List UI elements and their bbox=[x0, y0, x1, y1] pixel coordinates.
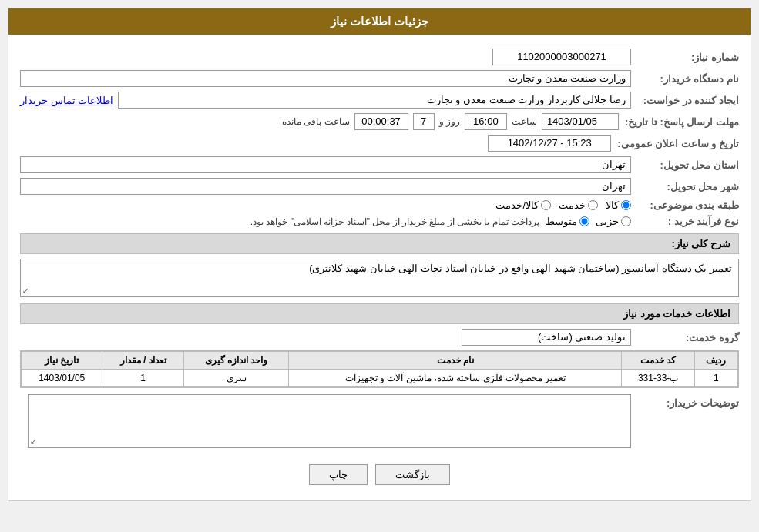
days-label-text: روز و bbox=[439, 116, 460, 127]
creator-label: ایجاد کننده در خواست: bbox=[631, 95, 739, 106]
radio-motavasset[interactable]: متوسط bbox=[546, 216, 589, 227]
col-header-row: ردیف bbox=[694, 352, 737, 370]
announce-value: 1402/12/27 - 15:23 bbox=[488, 135, 611, 152]
cell-name: تعمیر محصولات فلزی ساخته شده، ماشین آلات… bbox=[289, 370, 622, 387]
page-title: جزئیات اطلاعات نیاز bbox=[8, 8, 751, 35]
col-header-code: کد خدمت bbox=[622, 352, 694, 370]
print-button[interactable]: چاپ bbox=[309, 464, 368, 485]
col-header-unit: واحد اندازه گیری bbox=[183, 352, 289, 370]
deadline-time: 16:00 bbox=[465, 113, 507, 130]
radio-motavasset-label: متوسط bbox=[546, 216, 577, 227]
announce-label: تاریخ و ساعت اعلان عمومی: bbox=[611, 138, 739, 149]
category-radio-group: کالا خدمت کالا/خدمت bbox=[495, 199, 631, 211]
buyer-org-value: وزارت صنعت معدن و تجارت bbox=[20, 70, 631, 87]
cell-date: 1403/01/05 bbox=[22, 370, 102, 387]
province-value: تهران bbox=[20, 156, 631, 173]
days-value: 7 bbox=[413, 113, 435, 130]
contact-link[interactable]: اطلاعات تماس خریدار bbox=[20, 95, 113, 106]
process-label: نوع فرآیند خرید : bbox=[631, 216, 739, 227]
cell-unit: سری bbox=[183, 370, 289, 387]
deadline-date: 1403/01/05 bbox=[542, 113, 619, 130]
remaining-value: 00:00:37 bbox=[354, 113, 408, 130]
cell-qty: 1 bbox=[102, 370, 183, 387]
buyer-notes-value bbox=[28, 394, 631, 448]
services-section-header: اطلاعات خدمات مورد نیاز bbox=[20, 303, 739, 324]
city-label: شهر محل تحویل: bbox=[631, 181, 739, 192]
need-desc-section-header: شرح کلی نیاز: bbox=[20, 233, 739, 254]
time-label-text: ساعت bbox=[512, 116, 537, 127]
back-button[interactable]: بازگشت bbox=[375, 464, 450, 485]
deadline-label: مهلت ارسال پاسخ: تا تاریخ: bbox=[619, 116, 739, 128]
radio-jozi[interactable]: جزیی bbox=[596, 216, 631, 227]
category-label: طبقه بندی موضوعی: bbox=[631, 199, 739, 211]
service-group-value: تولید صنعتی (ساخت) bbox=[462, 329, 631, 346]
table-row: 1 ب-33-331 تعمیر محصولات فلزی ساخته شده،… bbox=[22, 370, 738, 387]
creator-value: رضا جلالی کاربرداز وزارت صنعت معدن و تجا… bbox=[118, 92, 631, 109]
col-header-qty: تعداد / مقدار bbox=[102, 352, 183, 370]
need-number-value: 1102000003000271 bbox=[492, 49, 631, 65]
need-number-label: شماره نیاز: bbox=[631, 52, 739, 63]
buyer-org-label: نام دستگاه خریدار: bbox=[631, 73, 739, 85]
col-header-date: تاریخ نیاز bbox=[22, 352, 102, 370]
radio-kala-khedmat-label: کالا/خدمت bbox=[495, 199, 539, 211]
radio-kala-label: کالا bbox=[606, 199, 619, 211]
cell-row: 1 bbox=[694, 370, 737, 387]
cell-code: ب-33-331 bbox=[622, 370, 694, 387]
radio-kala-khedmat[interactable]: کالا/خدمت bbox=[495, 199, 551, 211]
radio-kala[interactable]: کالا bbox=[606, 199, 631, 211]
radio-jozi-label: جزیی bbox=[596, 216, 619, 227]
col-header-name: نام خدمت bbox=[289, 352, 622, 370]
process-note: پرداخت تمام یا بخشی از مبلغ خریدار از مح… bbox=[250, 216, 539, 227]
radio-khedmat-label: خدمت bbox=[559, 199, 586, 211]
service-group-label: گروه خدمت: bbox=[631, 332, 739, 343]
services-table: ردیف کد خدمت نام خدمت واحد اندازه گیری ت… bbox=[20, 350, 739, 388]
province-label: استان محل تحویل: bbox=[631, 159, 739, 171]
radio-khedmat[interactable]: خدمت bbox=[559, 199, 598, 211]
footer-buttons: بازگشت چاپ bbox=[20, 453, 739, 493]
need-desc-value: تعمیر یک دستگاه آسانسور (ساختمان شهید ال… bbox=[20, 259, 739, 297]
buyer-notes-label: توضیحات خریدار: bbox=[631, 394, 739, 409]
city-value: تهران bbox=[20, 178, 631, 195]
remaining-label-text: ساعت باقی مانده bbox=[282, 116, 350, 127]
